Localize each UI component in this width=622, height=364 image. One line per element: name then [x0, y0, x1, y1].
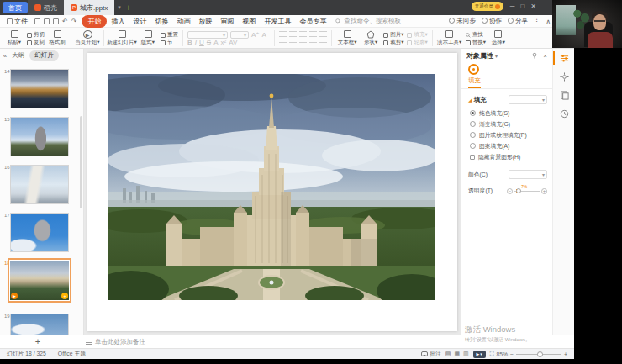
replace-button[interactable]: 替换▾: [466, 39, 486, 46]
slide-sorter-icon[interactable]: ▦: [454, 351, 460, 357]
bullets-icon[interactable]: [279, 31, 287, 37]
sync-status[interactable]: 未同步: [449, 17, 476, 25]
transparency-slider[interactable]: − 7% +: [507, 188, 547, 194]
shapes-button[interactable]: 形状▾: [360, 29, 382, 47]
slider-handle[interactable]: [516, 188, 521, 193]
font-name-select[interactable]: ▾: [187, 31, 228, 39]
text-box-button[interactable]: 文本框▾: [335, 29, 360, 47]
decrease-font-icon[interactable]: A⁻: [262, 31, 271, 39]
zoom-in-icon[interactable]: +: [564, 351, 567, 357]
slide-thumbnail-16[interactable]: 16: [0, 165, 83, 204]
share-button[interactable]: 分享: [508, 17, 528, 25]
align-left-icon[interactable]: [279, 40, 287, 45]
collapse-panel-icon[interactable]: «: [3, 52, 7, 60]
new-slide-button[interactable]: 新建幻灯片▾: [107, 29, 137, 47]
text-direction-icon[interactable]: [319, 40, 327, 45]
italic-button[interactable]: I: [195, 39, 197, 46]
font-color-icon[interactable]: A: [213, 39, 218, 46]
highlight-icon[interactable]: x²: [220, 39, 226, 46]
fill-button[interactable]: 填充▾: [407, 31, 427, 39]
menu-item-insert[interactable]: 插入: [107, 15, 129, 28]
select-button[interactable]: 选择▾: [488, 29, 509, 47]
menu-item-home[interactable]: 开始: [82, 15, 107, 28]
quick-add-badge-icon[interactable]: +: [61, 293, 68, 299]
outline-button[interactable]: 轮廓▾: [407, 39, 427, 46]
crop-button[interactable]: 裁剪▾: [383, 39, 403, 46]
slide-photo[interactable]: [108, 74, 435, 300]
print-icon[interactable]: [44, 18, 50, 24]
document-tab[interactable]: P 城市.pptx: [64, 0, 114, 15]
redo-icon[interactable]: ↷: [71, 18, 77, 25]
menu-item-animation[interactable]: 动画: [172, 15, 194, 28]
menu-item-member[interactable]: 会员专享: [295, 15, 330, 28]
paste-button[interactable]: 粘贴▾: [3, 29, 25, 47]
docer-tab[interactable]: 稻壳: [28, 0, 64, 15]
notes-placeholder[interactable]: 单击此处添加备注: [86, 338, 145, 346]
comment-button[interactable]: 批注: [421, 350, 441, 358]
theme-name[interactable]: Office 主题: [58, 350, 86, 358]
fill-option-solid[interactable]: 纯色填充(S): [461, 108, 552, 119]
slide-thumbnail-15[interactable]: 15: [0, 117, 83, 156]
format-painter-button[interactable]: 格式刷: [46, 29, 68, 47]
font-size-select[interactable]: ▾: [230, 31, 249, 39]
align-right-icon[interactable]: [299, 40, 307, 45]
slide-thumbnail-17[interactable]: 17: [0, 213, 83, 252]
color-select[interactable]: ▾: [509, 170, 547, 179]
justify-icon[interactable]: [309, 40, 317, 45]
collapse-ribbon-icon[interactable]: ∧: [546, 18, 551, 25]
save-icon[interactable]: [34, 18, 40, 24]
menu-item-slideshow[interactable]: 放映: [194, 15, 216, 28]
file-menu[interactable]: 文件: [7, 17, 28, 26]
cut-button[interactable]: 剪切: [27, 31, 45, 39]
menu-item-devtools[interactable]: 开发工具: [260, 15, 295, 28]
slide-thumbnail-18-selected[interactable]: 18 ▶ +: [0, 261, 83, 305]
slider-track[interactable]: 7%: [514, 191, 540, 192]
increase-transparency-icon[interactable]: +: [541, 188, 547, 194]
new-tab-button[interactable]: +: [126, 3, 131, 13]
fill-option-gradient[interactable]: 渐变填充(G): [461, 119, 552, 129]
zoom-level[interactable]: 85%: [496, 351, 508, 357]
tab-outline[interactable]: 大纲: [12, 51, 24, 60]
maximize-button[interactable]: □: [520, 3, 524, 10]
strip-history-icon[interactable]: [553, 104, 574, 123]
fill-option-pattern[interactable]: 图案填充(A): [461, 140, 552, 151]
decrease-indent-icon[interactable]: [299, 31, 307, 37]
bold-button[interactable]: B: [187, 39, 192, 46]
menu-item-design[interactable]: 设计: [129, 15, 150, 28]
underline-button[interactable]: U: [199, 39, 204, 46]
member-button[interactable]: 开通会员: [472, 2, 503, 11]
presentation-tools-button[interactable]: 演示工具▾: [435, 29, 464, 47]
decrease-transparency-icon[interactable]: −: [507, 188, 513, 194]
panel-title-caret-icon[interactable]: ▾: [495, 53, 498, 59]
animation-badge-icon[interactable]: ▶: [11, 293, 18, 299]
line-spacing-icon[interactable]: [319, 31, 327, 37]
more-menu-icon[interactable]: ⋮: [534, 18, 540, 25]
increase-font-icon[interactable]: A⁺: [251, 31, 260, 39]
add-slide-button[interactable]: +: [32, 336, 44, 346]
reset-button[interactable]: 重置: [161, 31, 178, 39]
zoom-slider-handle[interactable]: [537, 351, 543, 357]
close-button[interactable]: ✕: [530, 3, 536, 10]
thumbnail-scrollbar[interactable]: [80, 116, 82, 208]
slideshow-button[interactable]: ▶▾: [473, 351, 486, 358]
increase-indent-icon[interactable]: [309, 31, 317, 37]
slide-18-canvas[interactable]: [87, 53, 457, 331]
slide-thumbnail-14[interactable]: 14: [0, 69, 83, 108]
zoom-out-icon[interactable]: −: [510, 351, 514, 357]
picture-button[interactable]: 图片▾: [383, 31, 403, 39]
copy-button[interactable]: 复制: [27, 39, 45, 46]
fill-tab[interactable]: 填充: [461, 62, 552, 89]
char-spacing-icon[interactable]: AV: [229, 39, 237, 46]
strikethrough-button[interactable]: S: [207, 39, 211, 46]
find-button[interactable]: 查找: [466, 31, 486, 39]
collaborate-button[interactable]: 协作: [482, 17, 502, 25]
fill-preset-select[interactable]: ▾: [509, 95, 547, 104]
fit-slide-icon[interactable]: ⛶: [490, 351, 494, 357]
section-button[interactable]: 节: [161, 39, 178, 46]
tab-slides[interactable]: 幻灯片: [29, 50, 59, 61]
zoom-slider[interactable]: [516, 354, 561, 355]
section-arrow-icon[interactable]: ◢: [468, 97, 472, 103]
align-center-icon[interactable]: [289, 40, 297, 45]
menu-item-view[interactable]: 视图: [238, 15, 260, 28]
strip-effects-icon[interactable]: [553, 67, 574, 86]
